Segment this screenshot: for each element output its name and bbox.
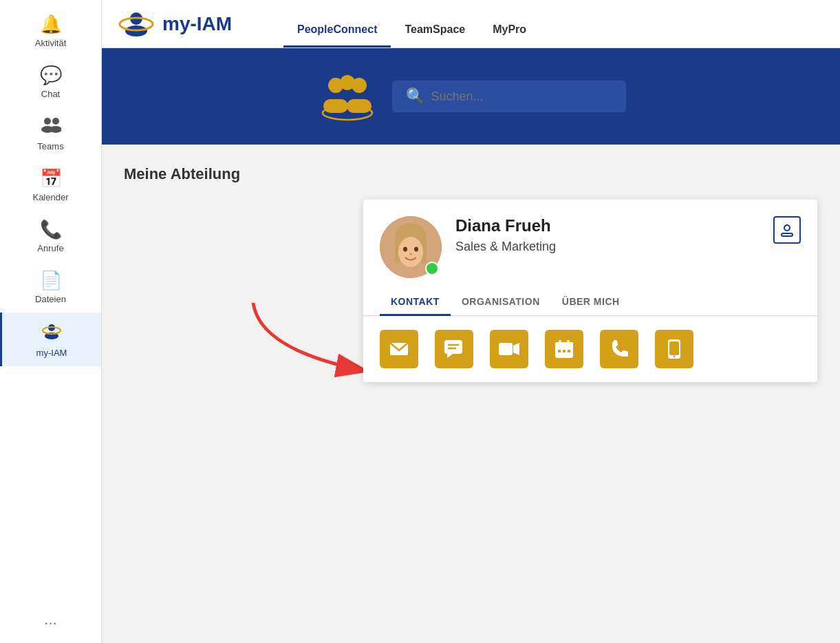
tab-ueber-mich[interactable]: ÜBER MICH [551, 289, 631, 316]
sidebar: 🔔 Aktivität 💬 Chat Teams 📅 Kalender 📞 An… [0, 0, 102, 643]
sidebar-item-label: Kalender [32, 192, 68, 202]
person-dept: Sales & Marketing [455, 240, 760, 254]
svg-rect-35 [555, 342, 573, 348]
sidebar-item-aktivitat[interactable]: 🔔 Aktivität [0, 6, 101, 56]
phone-icon: 📞 [40, 219, 62, 240]
chat-button[interactable] [435, 330, 473, 368]
sidebar-item-kalender[interactable]: 📅 Kalender [0, 160, 101, 211]
svg-rect-26 [782, 233, 793, 236]
svg-point-43 [674, 356, 676, 358]
calendar-icon: 📅 [40, 168, 62, 189]
svg-point-21 [398, 237, 423, 267]
tab-organisation[interactable]: ORGANISATION [451, 289, 551, 316]
bell-icon: 🔔 [40, 14, 62, 35]
logo-text: my-IAM [162, 13, 232, 35]
search-input[interactable] [431, 89, 610, 104]
svg-point-0 [44, 118, 51, 125]
video-button[interactable] [490, 330, 528, 368]
logo-icon [118, 6, 154, 42]
hero-banner: 🔍 [102, 48, 840, 145]
card-info: Diana Frueh Sales & Marketing [455, 216, 760, 254]
svg-point-1 [52, 118, 59, 125]
teams-icon [41, 116, 61, 138]
mobile-button[interactable] [655, 330, 693, 368]
myiam-icon [42, 321, 61, 345]
card-header: Diana Frueh Sales & Marketing [363, 200, 817, 289]
main-area: my-IAM PeopleConnect TeamSpace MyPro 🔍 M… [102, 0, 840, 643]
tab-teamspace[interactable]: TeamSpace [391, 0, 479, 48]
svg-marker-33 [513, 343, 519, 355]
phone-button[interactable] [600, 330, 638, 368]
sidebar-item-dateien[interactable]: 📄 Dateien [0, 262, 101, 313]
file-icon: 📄 [40, 270, 62, 291]
svg-rect-39 [563, 350, 566, 352]
profile-card: Diana Frueh Sales & Marketing KONTAKT OR… [363, 200, 817, 382]
more-options[interactable]: ··· [44, 614, 56, 632]
hero-logo [316, 69, 378, 124]
sidebar-item-label: Anrufe [37, 243, 63, 253]
svg-point-25 [784, 225, 790, 231]
sidebar-item-label: Aktivität [35, 38, 67, 48]
profile-detail-button[interactable] [773, 216, 801, 244]
svg-rect-42 [669, 341, 679, 355]
content-area: Meine Abteilung [102, 145, 840, 643]
sidebar-item-myiam[interactable]: my-IAM [0, 313, 101, 366]
avatar-wrap [380, 216, 442, 278]
sidebar-item-chat[interactable]: 💬 Chat [0, 56, 101, 107]
schedule-button[interactable] [545, 330, 583, 368]
tab-kontakt[interactable]: KONTAKT [380, 289, 451, 316]
svg-rect-29 [444, 340, 462, 354]
sidebar-item-label: Chat [41, 89, 60, 99]
svg-rect-38 [558, 350, 561, 352]
nav-tabs: PeopleConnect TeamSpace MyPro [283, 0, 540, 48]
sidebar-item-anrufe[interactable]: 📞 Anrufe [0, 211, 101, 262]
svg-point-23 [414, 247, 418, 252]
card-tabs: KONTAKT ORGANISATION ÜBER MICH [363, 289, 817, 316]
search-box[interactable]: 🔍 [392, 81, 626, 112]
logo-area: my-IAM [118, 6, 256, 42]
svg-point-22 [403, 247, 407, 252]
svg-point-24 [409, 253, 412, 255]
search-icon: 🔍 [406, 87, 424, 105]
person-name: Diana Frueh [455, 216, 760, 235]
email-button[interactable] [380, 330, 418, 368]
svg-rect-32 [499, 343, 513, 355]
svg-rect-40 [568, 350, 570, 352]
sidebar-item-label: Dateien [35, 294, 66, 304]
tab-peopleconnect[interactable]: PeopleConnect [283, 0, 391, 48]
svg-point-12 [340, 75, 355, 90]
card-actions [363, 316, 817, 382]
sidebar-item-label: my-IAM [36, 348, 67, 358]
topbar: my-IAM PeopleConnect TeamSpace MyPro [102, 0, 840, 48]
section-title: Meine Abteilung [124, 165, 818, 183]
sidebar-item-teams[interactable]: Teams [0, 107, 101, 160]
tab-mypro[interactable]: MyPro [479, 0, 540, 48]
chat-icon: 💬 [40, 65, 62, 86]
online-indicator [425, 262, 439, 275]
sidebar-item-label: Teams [37, 141, 63, 151]
